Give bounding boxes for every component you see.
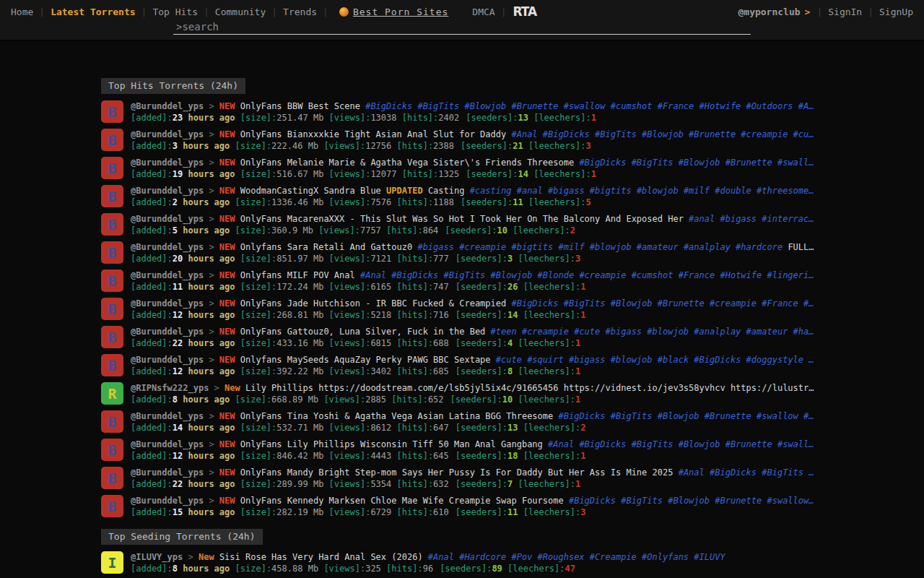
uploader-link[interactable]: @Burunddel_yps [131, 270, 204, 280]
nav-top-hits[interactable]: Top Hits [147, 7, 203, 17]
stat-label-added: [added]: [131, 451, 173, 461]
nav-home[interactable]: Home [6, 7, 38, 17]
uploader-avatar[interactable]: B [101, 213, 123, 236]
torrent-tags[interactable]: #Anal #BigDicks #BigTits … [679, 467, 814, 478]
stat-label-size: [size]: [240, 451, 277, 461]
torrent-tags[interactable]: #anal #bigass #interrac… [689, 214, 814, 224]
uploader-link[interactable]: @Burunddel_yps [131, 298, 204, 309]
torrent-tags[interactable]: #BigDicks #BigTits #Blowjob #Brunette #s… [579, 158, 814, 168]
torrent-title[interactable]: WoodmanCastingX Sandra Blue [240, 186, 386, 196]
leechers-count: 2 [570, 225, 575, 236]
torrent-title[interactable]: OnlyFans Bianxxxkie Tight Asian Anal Slu… [240, 129, 512, 139]
torrent-title[interactable]: Onlyfans MaySeeds AquaZay Perky PAWG BBC… [240, 355, 496, 365]
torrent-title[interactable]: Onlyfans MILF POV Anal [240, 270, 360, 280]
uploader-avatar[interactable]: B [101, 439, 123, 461]
leechers-count: 1 [575, 394, 580, 405]
torrent-info: @Burunddel_yps > NEW OnlyFans Mandy Brig… [131, 467, 856, 490]
uploader-link[interactable]: @Burunddel_yps [131, 355, 204, 365]
uploader-link[interactable]: @Burunddel_yps [131, 158, 204, 168]
torrent-title[interactable]: Sisi Rose Has Very Hard Anal Sex (2026) [219, 552, 428, 562]
signin-link[interactable]: SignIn [823, 7, 867, 17]
torrent-title[interactable]: OnlyFans Kennedy Marksen Chloe Mae Wife … [240, 496, 569, 506]
torrent-title[interactable]: OnlyFans Gattouz0, Luna Silver, Fuck in … [240, 327, 491, 337]
torrent-stats-line: [added]:15 hours ago [size]:282.19 Mb [v… [131, 506, 856, 518]
torrent-title[interactable]: OnlyFans Jade Hutchison - IR BBC Fucked … [240, 298, 512, 309]
uploader-link[interactable]: @Burunddel_yps [131, 327, 204, 337]
torrent-title[interactable]: OnlyFans Lily Phillips Wisconsin Tiff 50… [240, 439, 548, 449]
stat-label-leechers: [leechers]: [518, 254, 575, 264]
torrent-tags[interactable]: #Anal #BigDicks #BigTits #Blowjob #Blond… [360, 270, 814, 280]
torrent-title-line: @Burunddel_yps > NEW OnlyFans Melanie Ma… [131, 157, 856, 168]
torrent-title[interactable]: OnlyFans Tina Yoshi & Agatha Vega Asian … [240, 411, 559, 421]
uploader-link[interactable]: @Burunddel_yps [131, 101, 204, 111]
uploader-avatar[interactable]: B [101, 185, 123, 207]
nav-dmca[interactable]: DMCA [467, 7, 500, 17]
torrent-tags[interactable]: #casting #anal #bigass #bigtits #blowjob… [470, 186, 814, 196]
uploader-avatar[interactable]: B [101, 269, 123, 292]
signup-link[interactable]: SignUp [874, 7, 918, 17]
torrent-tags[interactable]: #cute #squirt #bigass #blowjob #black #B… [496, 355, 814, 365]
nav-community[interactable]: Community [210, 7, 271, 17]
torrent-tags[interactable]: #Anal #BigDicks #BigTits #Blowjob #Brune… [548, 439, 814, 449]
uploader-avatar[interactable]: I [101, 551, 123, 574]
uploader-link[interactable]: @Burunddel_yps [131, 186, 204, 196]
uploader-avatar[interactable]: B [101, 129, 123, 151]
stat-label-views: [views]: [329, 310, 371, 320]
torrent-row: B@Burunddel_yps > NEW WoodmanCastingX Sa… [101, 185, 924, 208]
torrent-title[interactable]: OnlyFans Melanie Marie & Agatha Vega Sis… [240, 158, 580, 168]
uploader-avatar[interactable]: B [101, 100, 123, 123]
uploader-link[interactable]: @Burunddel_yps [131, 242, 204, 252]
section-title: Top Hits Torrents (24h) [101, 78, 245, 94]
stat-label-views: [views]: [329, 113, 371, 123]
uploader-link[interactable]: @Burunddel_yps [131, 439, 204, 449]
uploader-link[interactable]: @ILUVY_yps [131, 552, 183, 562]
torrent-title-updated[interactable]: UPDATED [386, 186, 423, 196]
torrent-tags[interactable]: #Anal #Hardcore #Pov #Roughsex #Creampie… [428, 552, 725, 562]
torrent-tags[interactable]: #teen #creampie #cute #bigass #blowjob #… [491, 327, 814, 337]
stat-label-views: [views]: [329, 366, 371, 376]
nav-latest-torrents[interactable]: Latest Torrents [45, 7, 140, 17]
stat-label-seeders: [seeders]: [461, 197, 513, 207]
uploader-avatar[interactable]: B [101, 326, 123, 348]
uploader-avatar[interactable]: B [101, 354, 123, 376]
uploader-link[interactable]: @Burunddel_yps [131, 411, 204, 421]
torrent-tags[interactable]: #BigDicks #BigTits #Blowjob #Brunette #s… [558, 411, 814, 421]
torrent-title[interactable]: OnlyFans BBW Best Scene [240, 101, 365, 111]
uploader-avatar[interactable]: B [101, 410, 123, 433]
uploader-link[interactable]: @Burunddel_yps [131, 467, 204, 478]
uploader-avatar[interactable]: B [101, 467, 123, 489]
chevron-right-icon: > [801, 7, 816, 17]
torrent-title[interactable]: FULL… [783, 242, 814, 252]
search-input[interactable] [173, 20, 751, 34]
torrent-title[interactable]: OnlyFans Mandy Bright Step-mom Says Her … [240, 467, 679, 478]
torrent-title[interactable]: Lily Phillips https://doodstream.com/e/l… [245, 383, 814, 393]
site-handle[interactable]: @mypornclub [738, 7, 800, 17]
uploader-link[interactable]: @Burunddel_yps [131, 496, 204, 506]
size-value: 851.97 Mb [276, 254, 323, 264]
stat-label-leechers: [leechers]: [518, 479, 575, 489]
torrent-title[interactable]: Onlyfans Sara Retali And Gattouz0 [240, 242, 418, 252]
torrent-tags[interactable]: #BigDicks #BigTits #Blowjob #Brunette #c… [511, 298, 814, 309]
torrent-title[interactable]: OnlyFans MacarenaXXX - This Slut Was So … [240, 214, 689, 224]
chevron-right-icon: > [209, 327, 214, 337]
uploader-avatar[interactable]: B [101, 241, 123, 264]
uploader-avatar[interactable]: B [101, 298, 123, 320]
torrent-tags[interactable]: #Anal #BigDicks #BigTits #Blowjob #Brune… [511, 129, 814, 139]
uploader-link[interactable]: @RIPNsfw222_yps [131, 383, 209, 393]
torrent-tags[interactable]: #BigDicks #BigTits #Blowjob #Brunette #s… [365, 101, 814, 111]
best-porn-sites-link[interactable]: Best Porn Sites [353, 7, 448, 17]
torrent-tags[interactable]: #BigDicks #BigTits #Blowjob #Brunette #s… [569, 496, 814, 506]
stat-label-seeders: [seeders]: [466, 169, 518, 179]
torrent-row: B@Burunddel_yps > NEW OnlyFans Lily Phil… [101, 439, 924, 462]
uploader-avatar[interactable]: B [101, 495, 123, 517]
size-value: 222.46 Mb [271, 141, 318, 151]
uploader-avatar[interactable]: R [101, 382, 123, 405]
uploader-link[interactable]: @Burunddel_yps [131, 214, 204, 224]
nav-trends[interactable]: Trends [278, 7, 322, 17]
stat-label-size: [size]: [240, 113, 277, 123]
uploader-link[interactable]: @Burunddel_yps [131, 129, 204, 139]
torrent-title[interactable]: Casting [423, 186, 470, 196]
stat-label-seeders: [seeders]: [456, 423, 507, 433]
torrent-tags[interactable]: #bigass #creampie #bigtits #milf #blowjo… [417, 242, 783, 252]
uploader-avatar[interactable]: B [101, 157, 123, 179]
